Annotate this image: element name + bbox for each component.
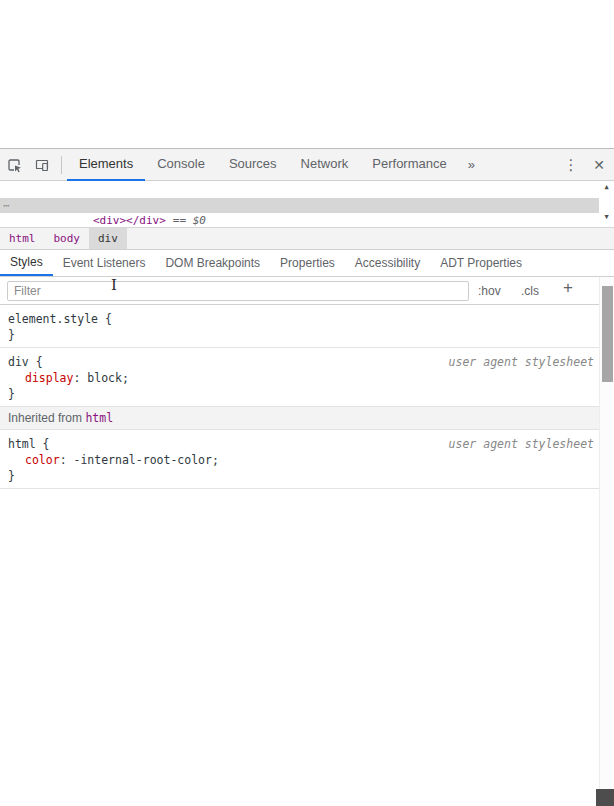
tab-sources[interactable]: Sources bbox=[217, 149, 289, 181]
toggle-hover-state[interactable]: :hov bbox=[478, 284, 501, 298]
inherited-label: Inherited from bbox=[8, 411, 85, 425]
tab-dom-breakpoints[interactable]: DOM Breakpoints bbox=[155, 250, 270, 276]
scroll-up-icon[interactable]: ▲ bbox=[604, 183, 608, 191]
breadcrumb-div[interactable]: div bbox=[89, 228, 127, 249]
css-colon: : bbox=[73, 371, 87, 385]
tab-properties[interactable]: Properties bbox=[270, 250, 345, 276]
css-declaration[interactable]: color: -internal-root-color; bbox=[8, 452, 591, 468]
stylesheet-origin: user agent stylesheet bbox=[449, 354, 594, 370]
close-devtools-icon[interactable]: ✕ bbox=[584, 157, 614, 173]
breadcrumb-html[interactable]: html bbox=[0, 228, 45, 249]
css-property-name: color bbox=[25, 453, 60, 467]
css-property-name: display bbox=[25, 371, 73, 385]
rule-html[interactable]: user agent stylesheet html { color: -int… bbox=[0, 430, 599, 489]
css-declaration[interactable]: display: block; bbox=[8, 370, 591, 386]
rule-div[interactable]: user agent stylesheet div { display: blo… bbox=[0, 348, 599, 407]
css-property-value: -internal-root-color; bbox=[73, 453, 218, 467]
styles-scrollbar[interactable] bbox=[599, 277, 614, 806]
tab-network[interactable]: Network bbox=[289, 149, 361, 181]
devtools-menu-icon[interactable]: ⋮ bbox=[558, 156, 584, 174]
node-grip-icon[interactable]: ⋯ bbox=[3, 198, 11, 213]
new-style-rule-icon[interactable]: + bbox=[563, 278, 573, 298]
inspected-page-viewport bbox=[0, 0, 614, 148]
dom-node-body-open[interactable]: ▼<body> bbox=[0, 183, 614, 198]
inherited-from-header: Inherited from html bbox=[0, 407, 599, 430]
tab-styles[interactable]: Styles bbox=[0, 250, 53, 276]
dom-node-body-close[interactable]: </body> bbox=[0, 213, 614, 227]
rule-close-brace: } bbox=[8, 327, 591, 343]
toggle-element-classes[interactable]: .cls bbox=[521, 284, 539, 298]
css-property-value: block; bbox=[87, 371, 129, 385]
tab-accessibility[interactable]: Accessibility bbox=[345, 250, 430, 276]
page-scrollbar-corner[interactable] bbox=[596, 789, 614, 806]
rule-element-style[interactable]: element.style { } bbox=[0, 305, 599, 348]
devtools-toolbar: Elements Console Sources Network Perform… bbox=[0, 149, 614, 181]
styles-pane: element.style { } user agent stylesheet … bbox=[0, 305, 599, 806]
scroll-down-icon[interactable]: ▼ bbox=[604, 213, 608, 221]
toolbar-separator bbox=[61, 156, 62, 174]
inspect-element-icon[interactable] bbox=[0, 151, 28, 179]
css-colon: : bbox=[60, 453, 74, 467]
dom-scrollbar[interactable]: ▲ ▼ bbox=[599, 181, 614, 223]
stylesheet-origin: user agent stylesheet bbox=[449, 436, 594, 452]
screen: Elements Console Sources Network Perform… bbox=[0, 0, 614, 806]
styles-filter-input[interactable] bbox=[7, 281, 469, 301]
dom-tree: ▼<body> ⋯<div></div>== $0 </body> ▲ ▼ bbox=[0, 181, 614, 227]
rule-selector: element.style { bbox=[8, 311, 591, 327]
device-toolbar-icon[interactable] bbox=[28, 151, 56, 179]
more-tabs-icon[interactable]: » bbox=[459, 157, 484, 172]
tab-performance[interactable]: Performance bbox=[360, 149, 458, 181]
tab-elements[interactable]: Elements bbox=[67, 149, 145, 181]
styles-scrollbar-thumb[interactable] bbox=[602, 286, 613, 382]
tab-console[interactable]: Console bbox=[145, 149, 217, 181]
devtools-panel: Elements Console Sources Network Perform… bbox=[0, 148, 614, 806]
tab-adt-properties[interactable]: ADT Properties bbox=[430, 250, 532, 276]
inherited-node-link[interactable]: html bbox=[85, 411, 113, 425]
sidebar-tabbar: Styles Event Listeners DOM Breakpoints P… bbox=[0, 249, 614, 277]
breadcrumb-body[interactable]: body bbox=[45, 228, 90, 249]
rule-close-brace: } bbox=[8, 386, 591, 402]
rule-close-brace: } bbox=[8, 468, 591, 484]
tab-event-listeners[interactable]: Event Listeners bbox=[53, 250, 156, 276]
dom-node-div-selected[interactable]: ⋯<div></div>== $0 bbox=[0, 198, 614, 213]
breadcrumb: html body div bbox=[0, 227, 614, 249]
styles-filter-bar: :hov .cls + bbox=[0, 277, 614, 305]
